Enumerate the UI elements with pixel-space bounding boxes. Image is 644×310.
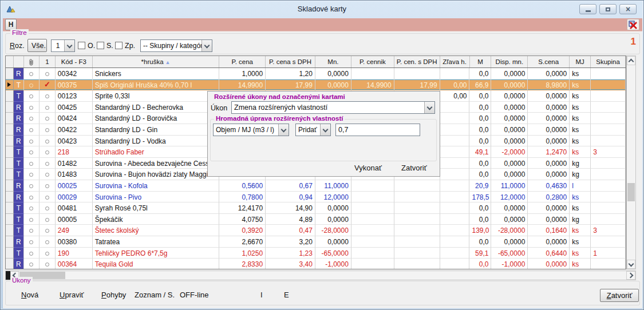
property-combo[interactable]: Objem / MJ (m3 / l): [213, 124, 289, 136]
checkbox-o[interactable]: [78, 42, 85, 49]
table-row[interactable]: R00380Tatratea2,66703,200,00000,00,00000…: [6, 236, 626, 248]
table-row[interactable]: R00364Tequila Gold2,83303,40-1,00000,0-1…: [6, 259, 626, 269]
new-button[interactable]: Nová: [19, 289, 41, 300]
checkbox-zp[interactable]: [115, 42, 123, 49]
column-header-disp[interactable]: Disp. mn.: [491, 56, 528, 67]
row-pointer-cell: [6, 214, 14, 225]
column-header-mj[interactable]: MJ: [570, 56, 591, 67]
cell-name: Surovina - Bujon hovädzi zlaty Maggi: [93, 169, 220, 180]
row-pointer-cell: [6, 202, 14, 214]
column-header-name[interactable]: *hruška▲: [93, 56, 220, 67]
cell-pcena: 0,3920: [219, 225, 266, 236]
import-button[interactable]: I: [258, 289, 265, 300]
ukon-combo-arrow[interactable]: [424, 102, 434, 113]
row-pointer-cell: [6, 158, 14, 169]
operation-combo[interactable]: Pridať: [295, 124, 331, 136]
table-row[interactable]: T249Štetec školský0,39200,47-28,0000139,…: [6, 225, 626, 236]
amount-input[interactable]: [335, 124, 420, 136]
row-pointer-cell: [6, 90, 14, 102]
table-row[interactable]: T190Tehličky PEDRO 6*7,5g1,02501,23-65,0…: [6, 248, 626, 259]
column-header-pcennik[interactable]: P. cennik: [351, 56, 394, 67]
cell-scena: 0,0000: [528, 113, 570, 124]
table-row[interactable]: T00005Špekáčik4,07504,890,00000,00,00000…: [6, 214, 626, 225]
cell-one: [39, 124, 56, 136]
moves-button[interactable]: Pohyby: [99, 289, 128, 300]
ukon-combo[interactable]: Zmena rozšírených vlastností: [231, 101, 435, 114]
column-header-one[interactable]: 1: [39, 56, 56, 67]
cell-zlava: [440, 214, 470, 225]
row-type-cell: T: [14, 158, 24, 169]
execute-button[interactable]: Vykonať: [352, 162, 384, 173]
cancel-filter-button[interactable]: [627, 19, 639, 30]
count-combo[interactable]: 1: [51, 39, 75, 52]
column-header-kod[interactable]: Kód - F3: [56, 56, 93, 67]
column-header-clip[interactable]: [24, 56, 39, 67]
vse-button[interactable]: Vše.: [27, 39, 47, 52]
vertical-scrollbar[interactable]: [626, 55, 636, 269]
scroll-up-button[interactable]: [627, 56, 635, 65]
edit-button[interactable]: Upraviť: [57, 289, 86, 300]
cell-one: [39, 146, 56, 158]
cell-zlava: [440, 102, 470, 113]
table-row[interactable]: T✓00375Spiš Originál Hruška 40% 0,70 l14…: [6, 80, 626, 91]
dialog-close-button[interactable]: Zatvoriť: [399, 162, 429, 173]
offline-button[interactable]: OFF-line: [177, 289, 211, 300]
cell-pcennik: [351, 68, 394, 80]
cell-skup: [591, 259, 626, 269]
minimize-button[interactable]: [579, 4, 596, 14]
checkbox-s[interactable]: [97, 42, 104, 49]
cell-scena: 0,0000: [528, 68, 570, 80]
maximize-button[interactable]: [599, 4, 617, 14]
horizontal-scrollbar[interactable]: [5, 271, 636, 280]
column-header-pcdph[interactable]: P. cen. s DPH: [394, 56, 440, 67]
vertical-scroll-thumb[interactable]: [627, 183, 635, 201]
scroll-down-button[interactable]: [627, 260, 635, 269]
close-button[interactable]: ×: [619, 4, 637, 14]
ukon-combo-value: Zmena rozšírených vlastností: [232, 102, 424, 113]
cell-scena: 0,0000: [528, 136, 570, 147]
cell-name: Standardný LD - Borovička: [93, 113, 220, 124]
column-header-skup[interactable]: Skupina: [591, 56, 626, 67]
cell-one: [39, 113, 56, 124]
cell-kod: 00364: [56, 259, 93, 269]
cell-clip: [24, 236, 39, 248]
close-window-button[interactable]: Zatvoriť: [600, 289, 639, 302]
column-header-zlava[interactable]: Zľava h.: [440, 56, 470, 67]
export-button[interactable]: E: [282, 289, 291, 300]
column-header-m[interactable]: M: [470, 56, 492, 67]
column-header-mn[interactable]: Mn.: [315, 56, 351, 67]
scroll-right-button[interactable]: [626, 271, 635, 280]
cell-clip: [24, 259, 39, 269]
cell-name: Špekáčik: [93, 214, 220, 225]
cell-zlava: [440, 136, 470, 147]
list-button[interactable]: Zoznam / S.: [132, 289, 177, 300]
row-pointer-cell: [6, 180, 14, 192]
operation-combo-arrow[interactable]: [320, 124, 330, 136]
cell-pcena: 2,8330: [219, 259, 266, 269]
column-header-pcena[interactable]: P. cena: [219, 56, 266, 67]
splitter-handle[interactable]: [6, 271, 10, 280]
record-dot-icon: [45, 128, 49, 132]
cell-mn: 0,0000: [315, 202, 351, 214]
cell-m: 59,1: [469, 248, 491, 259]
h-button[interactable]: H: [5, 19, 17, 30]
table-row[interactable]: R00029Surovina - Pivo0,78000,9412,000017…: [6, 192, 626, 203]
cell-clip: [24, 124, 39, 136]
cell-clip: [24, 202, 39, 214]
row-type-cell: T: [14, 225, 24, 236]
groups-combo-arrow[interactable]: [202, 40, 212, 51]
cell-one: ✓: [39, 80, 56, 91]
column-header-scena[interactable]: S.cena: [528, 56, 570, 67]
table-row[interactable]: T00481Syrah Rosé 0,75l12,417014,900,0000…: [6, 202, 626, 214]
table-row[interactable]: R00025Surovina - Kofola0,56000,6711,0000…: [6, 180, 626, 192]
count-combo-arrow[interactable]: [64, 40, 74, 51]
cell-pdph: 0,94: [266, 192, 315, 203]
property-combo-arrow[interactable]: [278, 124, 289, 136]
table-row[interactable]: R00342Snickers1,00001,200,00000,00,00000…: [6, 68, 626, 80]
column-header-pdph[interactable]: P. cena s DPH: [266, 56, 315, 67]
roz-label[interactable]: Roz.: [10, 42, 25, 50]
cell-kod: 00423: [56, 136, 93, 147]
cell-name: Spiš Originál Hruška 40% 0,70 l: [93, 80, 220, 91]
cell-disp: 0,0000: [491, 90, 528, 102]
groups-combo[interactable]: -- Skupiny / kategórie --: [140, 39, 212, 52]
